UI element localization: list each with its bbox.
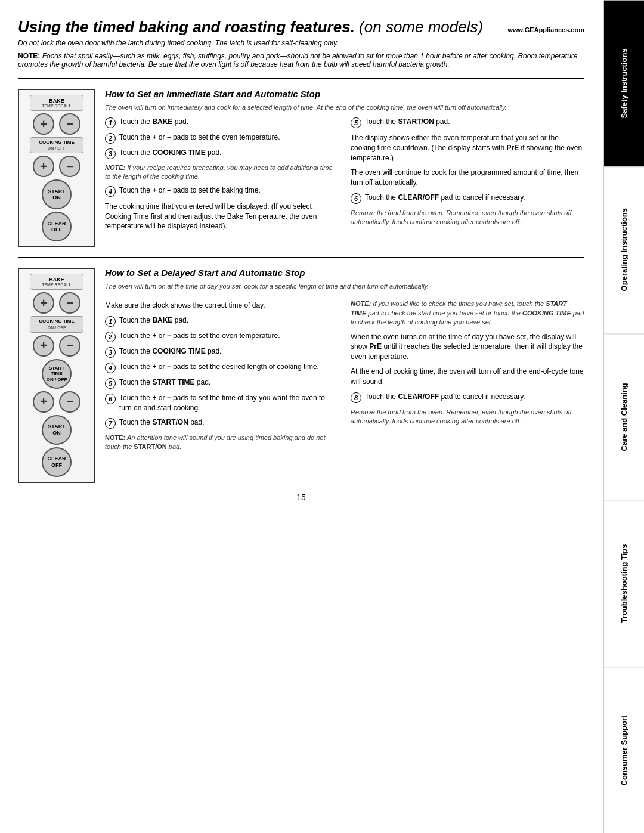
delayed-col-right-note: NOTE: If you would like to check the tim… [351,299,584,327]
start-sublabel: ON [52,194,61,201]
immediate-section: BAKE TEMP RECALL + − COOKING TIME ON / O… [18,89,584,247]
step-text-6: Touch the CLEAR/OFF pad to cancel if nec… [365,193,525,203]
clear-off-button[interactable]: CLEAR OFF [42,212,72,241]
bake-button-delayed[interactable]: BAKE TEMP RECALL [30,274,83,290]
main-title-suffix: (on some models) [355,18,483,36]
immediate-instructions: How to Set an Immediate Start and Automa… [105,89,584,247]
clear-sublabel-delayed: OFF [51,462,62,469]
minus-button-2[interactable]: − [59,156,80,177]
bake-label: BAKE [35,98,78,104]
immediate-two-col: 1 Touch the BAKE pad. 2 Touch the + or −… [105,117,584,236]
delayed-step-7: 7 Touch the START/ON pad. [105,417,339,429]
note-text: Foods that spoil easily—such as milk, eg… [18,52,577,69]
plus-minus-row-d3: + − [33,391,80,413]
minus-button-d2[interactable]: − [59,335,80,357]
page-number: 15 [18,493,584,502]
immediate-step-4: 4 Touch the + or − pads to set the bakin… [105,185,339,197]
sidebar-troubleshooting: Troubleshooting Tips [604,500,644,666]
delayed-step-6: 6 Touch the + or − pads to set the time … [105,393,339,413]
delayed-step-2: 2 Touch the + or − pads to set the oven … [105,331,339,342]
delayed-display-note: When the oven turns on at the time of da… [351,332,584,362]
delayed-end-note: At the end of cooking time, the oven wil… [351,367,584,387]
immediate-step-2: 2 Touch the + or − pads to set the oven … [105,132,339,144]
start-label-delayed: START [48,423,65,430]
minus-button-d1[interactable]: − [59,292,80,314]
start-label: START [48,188,65,195]
d-step-number-8: 8 [351,392,361,403]
main-title-text: Using the timed baking and roasting feat… [18,18,355,36]
d-step-text-1: Touch the BAKE pad. [119,315,188,326]
plus-button-d3[interactable]: + [33,391,54,413]
delayed-step-5: 5 Touch the START TIME pad. [105,377,339,389]
plus-button-2[interactable]: + [33,156,54,177]
d-step-number-3: 3 [105,347,116,358]
immediate-intro: The oven will turn on immediately and co… [105,104,584,111]
cooking-time-button[interactable]: COOKING TIME ON / OFF [30,137,83,153]
plus-minus-row-d2: + − [33,335,80,357]
delayed-intro: The oven will turn on at the time of day… [105,283,584,290]
cooking-time-label-delayed: COOKING TIME [34,318,79,324]
continue-note: The oven will continue to cook for the p… [351,168,584,188]
clear-label-delayed: CLEAR [48,456,66,462]
immediate-section-title: How to Set an Immediate Start and Automa… [105,89,584,99]
plus-button-d1[interactable]: + [33,292,54,314]
clear-sublabel: OFF [51,227,62,233]
bake-button[interactable]: BAKE TEMP RECALL [30,95,83,111]
minus-button-1[interactable]: − [59,113,80,135]
d-step-text-2: Touch the + or − pads to set the oven te… [119,331,280,341]
sidebar-safety: Safety Instructions [604,0,644,166]
cooking-time-button-delayed[interactable]: COOKING TIME ON / OFF [30,316,83,332]
delayed-col-right: NOTE: If you would like to check the tim… [351,296,584,451]
immediate-step-3: 3 Touch the COOKING TIME pad. [105,148,339,159]
clear-off-button-delayed[interactable]: CLEAR OFF [42,447,72,477]
start-time-sublabel: ON / OFF [47,377,67,383]
step-number-2: 2 [105,133,116,144]
section-divider-delayed [18,257,584,258]
start-on-button-delayed[interactable]: START ON [42,415,72,445]
d-step-number-5: 5 [105,378,116,389]
clear-label: CLEAR [48,221,66,227]
right-sidebar: Safety Instructions Operating Instructio… [603,0,644,833]
delayed-step-1: 1 Touch the BAKE pad. [105,315,339,327]
main-title: Using the timed baking and roasting feat… [18,18,483,36]
sidebar-consumer: Consumer Support [604,667,644,833]
delayed-two-col: Make sure the clock shows the correct ti… [105,296,584,451]
immediate-step-1: 1 Touch the BAKE pad. [105,117,339,128]
plus-minus-row-d1: + − [33,292,80,314]
start-sublabel-delayed: ON [52,430,61,436]
cooking-time-note: The cooking time that you entered will b… [105,202,339,231]
d-step-text-4: Touch the + or − pads to set the desired… [119,362,319,372]
step-text-2: Touch the + or − pads to set the oven te… [119,132,280,143]
start-on-button[interactable]: START ON [42,179,72,209]
step-number-6: 6 [351,193,361,204]
start-time-button[interactable]: START TIME ON / OFF [42,359,72,389]
d-step-text-7: Touch the START/ON pad. [119,417,205,428]
bake-sublabel: TEMP RECALL [35,104,78,108]
remove-food-note-1: Remove the food from the oven. Remember,… [351,209,584,227]
immediate-step-5: 5 Touch the START/ON pad. [351,117,584,128]
sidebar-care: Care and Cleaning [604,333,644,500]
control-panel-delayed: BAKE TEMP RECALL + − COOKING TIME ON / O… [18,268,95,482]
plus-button-1[interactable]: + [33,113,54,135]
delayed-instructions: How to Set a Delayed Start and Automatic… [105,268,584,482]
cooking-time-sublabel: ON / OFF [34,145,79,151]
make-sure-note: Make sure the clock shows the correct ti… [105,301,339,311]
d-step-number-6: 6 [105,394,116,404]
display-note: The display shows either the oven temper… [351,133,584,163]
bake-label-delayed: BAKE [35,277,78,283]
cooking-time-sublabel-delayed: ON / OFF [34,325,79,330]
plus-button-d2[interactable]: + [33,335,54,357]
d-step-number-4: 4 [105,363,116,373]
step-text-3: Touch the COOKING TIME pad. [119,148,221,158]
minus-button-d3[interactable]: − [59,391,80,413]
d-step-number-7: 7 [105,418,116,429]
step-number-3: 3 [105,148,116,159]
delayed-step-3: 3 Touch the COOKING TIME pad. [105,346,339,358]
step-number-4: 4 [105,186,116,197]
delayed-section-title: How to Set a Delayed Start and Automatic… [105,268,584,278]
d-step-text-5: Touch the START TIME pad. [119,377,210,388]
website-url: www.GEAppliances.com [507,26,584,33]
d-step-number-2: 2 [105,332,116,342]
page-header: Using the timed baking and roasting feat… [18,18,584,69]
step-text-4: Touch the + or − pads to set the baking … [119,185,261,196]
